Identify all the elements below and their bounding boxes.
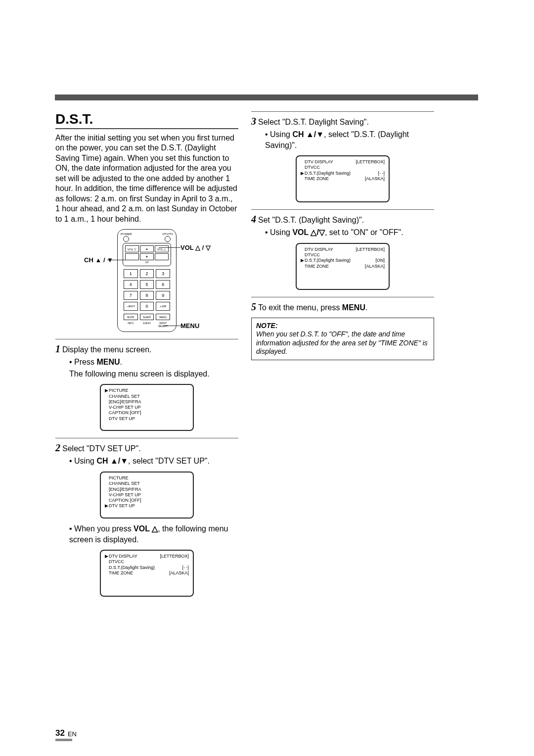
step-1-plain: The following menu screen is displayed. <box>69 369 238 379</box>
plus100-button: +100 <box>156 302 170 311</box>
ent-button: –/ENT <box>124 302 138 311</box>
remote-control-diagram: VOL △ / ▽ CH ▲ / ▼ MENU POWER DTV/TV VOL… <box>117 229 177 332</box>
power-button <box>123 236 129 242</box>
menu-screen-4: DTV DISPLAY[LETTERBOX]DTVCC▶D.S.T.(Dayli… <box>296 155 390 202</box>
divider <box>251 111 434 112</box>
num-7: 7 <box>124 291 138 300</box>
divider <box>251 297 434 297</box>
num-1: 1 <box>124 269 138 278</box>
divider <box>55 438 238 438</box>
vol-down-button: VOL ▽ <box>125 245 139 252</box>
num-2: 2 <box>140 269 154 278</box>
dtvtv-button <box>165 236 171 242</box>
note-label: NOTE: <box>256 322 429 331</box>
num-0: 0 <box>140 302 154 311</box>
intro-paragraph: After the initial setting you set when y… <box>55 133 238 224</box>
step-3-bullet: • Using CH ▲/▼, select "D.S.T. (Daylight… <box>265 129 434 150</box>
step-1: 1Display the menu screen. <box>55 342 238 356</box>
menu-screen-5: DTV DISPLAY[LETTERBOX]DTVCC▶D.S.T.(Dayli… <box>296 243 390 290</box>
info-label: INFO <box>124 322 138 328</box>
section-title: D.S.T. <box>55 111 238 129</box>
remote-label-power: POWER <box>121 233 132 236</box>
step-4: 4Set "D.S.T. (Daylight Saving)". <box>251 213 434 226</box>
num-3: 3 <box>156 269 170 278</box>
step-2: 2Select "DTV SET UP". <box>55 441 238 455</box>
ch-down-button: ▼ <box>140 253 154 260</box>
num-9: 9 <box>156 291 170 300</box>
menu-screen-1: ▶PICTURECHANNEL SET[ENG]/ESP/FRAV-CHIP S… <box>100 384 194 431</box>
ch-up-button: ▲ <box>140 245 154 252</box>
audio-label: AUDIO <box>140 322 154 328</box>
step-4-bullet: • Using VOL △/▽, set to "ON" or "OFF". <box>265 227 434 238</box>
menu-screen-2: PICTURECHANNEL SET[ENG]/ESP/FRAV-CHIP SE… <box>100 472 194 519</box>
page-number: 32EN <box>55 728 77 738</box>
num-5: 5 <box>140 280 154 289</box>
num-6: 6 <box>156 280 170 289</box>
num-8: 8 <box>140 291 154 300</box>
vol-up-button: VOL △ <box>155 245 169 252</box>
note-box: NOTE: When you set D.S.T. to "OFF", the … <box>251 318 434 360</box>
vol-note: • When you press VOL △, the following me… <box>69 523 238 545</box>
num-4: 4 <box>124 280 138 289</box>
step-1-bullet: • Press MENU. <box>69 357 238 368</box>
divider <box>251 209 434 210</box>
step-3: 3Select "D.S.T. Daylight Saving". <box>251 115 434 128</box>
sleep-button: SLEEP <box>140 314 154 320</box>
divider <box>55 339 238 339</box>
note-body: When you set D.S.T. to "OFF", the date a… <box>256 330 429 356</box>
callout-menu: MENU <box>180 322 199 330</box>
remote-label-dtvtv: DTV/TV <box>163 233 173 236</box>
callout-vol: VOL △ / ▽ <box>180 244 211 251</box>
mute-button: MUTE <box>124 314 138 320</box>
menu-screen-3: ▶DTV DISPLAY[LETTERBOX]DTVCCD.S.T.(Dayli… <box>100 550 194 597</box>
menu-button: MENU <box>156 314 170 320</box>
step-2-bullet: • Using CH ▲/▼, select "DTV SET UP". <box>69 456 238 467</box>
input-label: INPUT SELECT <box>156 322 170 328</box>
step-5: 5To exit the menu, press MENU. <box>251 300 434 314</box>
header-rule <box>55 94 478 100</box>
